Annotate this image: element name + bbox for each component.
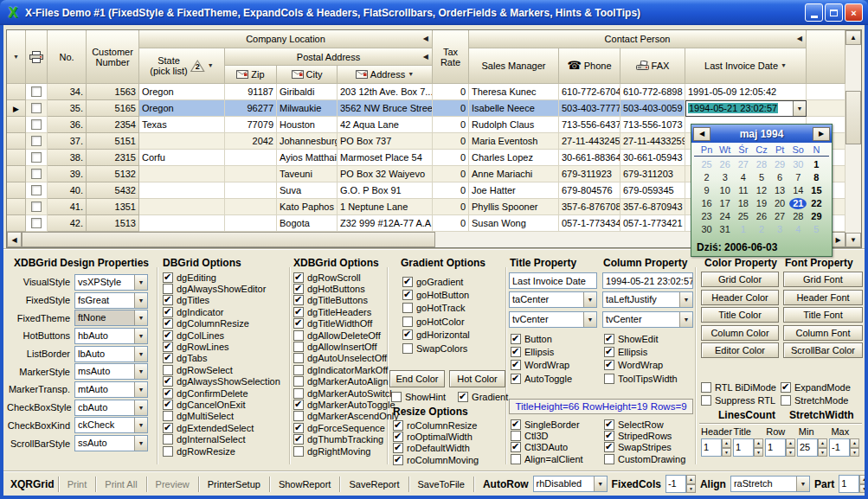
row-checkbox[interactable]	[31, 103, 42, 113]
checkbox-box[interactable]	[604, 431, 614, 441]
group-header-postal-address[interactable]: Postal Address	[225, 48, 433, 66]
fixedtheme-select[interactable]: ftNone	[74, 310, 148, 326]
checkbox-roColumnResize[interactable]: roColumnResize	[393, 419, 479, 431]
checkbox-dgMarkerAutoAlign[interactable]: dgMarkerAutoAlign	[293, 376, 399, 387]
cell-fax[interactable]: 679-311203	[620, 166, 685, 182]
cell-no[interactable]: 42.	[48, 215, 87, 232]
spinner-down-icon[interactable]	[754, 448, 763, 457]
calendar-day[interactable]: 29	[807, 210, 826, 223]
checkbox-dgRowLines[interactable]: dgRowLines	[163, 341, 280, 352]
checkbox-box[interactable]	[458, 392, 468, 402]
cell-no[interactable]: 38.	[48, 150, 87, 166]
cell-tax[interactable]: 0	[433, 215, 469, 232]
cell-address[interactable]: G.O. P Box 91	[338, 182, 433, 199]
checkbox-SingleBorder[interactable]: SingleBorder	[511, 419, 583, 430]
calendar-day[interactable]: 22	[807, 197, 826, 210]
spinner-up-icon[interactable]	[686, 475, 696, 484]
title-align-select[interactable]: taCenter	[509, 291, 597, 308]
cell-city[interactable]: Taveuni	[277, 166, 338, 182]
calendar-day[interactable]: 26	[716, 158, 734, 171]
spinner-up-icon[interactable]	[722, 438, 731, 448]
calendar-day[interactable]: 18	[734, 197, 752, 210]
cell-manager[interactable]: Joe Hatter	[469, 182, 559, 199]
calendar-day[interactable]: 1	[734, 223, 752, 236]
cell-fax[interactable]: 503-403-0059	[620, 100, 685, 117]
checkbox-box[interactable]	[701, 382, 711, 393]
row-checkbox[interactable]	[31, 86, 42, 97]
cell-state[interactable]	[139, 182, 225, 199]
checkbox-box[interactable]	[293, 284, 304, 294]
checkbox-box[interactable]	[511, 431, 521, 441]
scroll-down-icon[interactable]	[845, 233, 861, 247]
checkbox-dgEditing[interactable]: dgEditing	[163, 272, 280, 283]
checkbox-box[interactable]	[163, 318, 173, 329]
column-header-state[interactable]: State(pick list) 2	[139, 48, 225, 84]
cell-address[interactable]: 203 12th Ave. Box 7...	[338, 84, 433, 100]
checkbox-SwapColors[interactable]: SwapColors	[402, 342, 470, 355]
cell-customer[interactable]: 5165	[87, 100, 139, 117]
cell-tax[interactable]: 0	[433, 133, 469, 150]
spinner-down-icon[interactable]	[850, 448, 859, 457]
cell-phone[interactable]: 357-6-876708	[559, 199, 620, 215]
checkbox-dgColumnResize[interactable]: dgColumnResize	[163, 318, 280, 329]
checkbox-box[interactable]	[293, 318, 304, 329]
checkbox-dgCancelOnExit[interactable]: dgCancelOnExit	[163, 399, 280, 410]
checkbox-dgRowResize[interactable]: dgRowResize	[163, 445, 280, 457]
checkbox-ShowEdit[interactable]: ShowEdit	[604, 332, 678, 345]
checkbox-ExpandMode[interactable]: ExpandMode	[781, 381, 851, 393]
cell-zip[interactable]: 91187	[225, 84, 277, 100]
row-checkbox[interactable]	[31, 152, 42, 163]
checkbox-box[interactable]	[402, 317, 413, 327]
checkbox-roDefaultWidth[interactable]: roDefaultWidth	[393, 443, 479, 454]
calendar-day[interactable]: 24	[716, 210, 734, 223]
calendar-day[interactable]: 16	[698, 197, 716, 210]
calendar-day[interactable]: 27	[771, 210, 789, 223]
checkbox-box[interactable]	[393, 432, 403, 442]
chevron-down-icon[interactable]	[208, 61, 214, 71]
checkbox-box[interactable]	[293, 353, 304, 363]
group-header-company-location[interactable]: Company Location	[139, 30, 433, 48]
checkbox-roColumnMoving[interactable]: roColumnMoving	[393, 454, 479, 465]
cell-address[interactable]: 42 Aqua Lane	[338, 117, 433, 133]
column-value-field[interactable]: 1994-05-21 23:02:57	[602, 272, 693, 289]
cell-customer[interactable]: 1563	[87, 84, 139, 100]
calendar-day[interactable]: 29	[771, 158, 789, 171]
collapse-arrow-icon[interactable]	[423, 52, 428, 62]
scroll-left-icon[interactable]	[7, 232, 22, 247]
checkbox-box[interactable]	[604, 442, 614, 452]
cell-fax[interactable]: 357-6-870943	[620, 199, 685, 215]
checkbox-WordWrap[interactable]: WordWrap	[604, 359, 678, 372]
cell-editor-date[interactable]: 1994-05-21 23:02:57	[685, 100, 807, 117]
calendar-day[interactable]: 30	[789, 158, 807, 171]
scroll-up-icon[interactable]	[845, 30, 861, 45]
calendar-day[interactable]: 5	[752, 171, 770, 184]
checkbox-box[interactable]	[402, 290, 413, 300]
print-column-header[interactable]	[26, 30, 48, 84]
editor-color-button[interactable]: Editor Color	[701, 342, 779, 358]
header-color-button[interactable]: Header Color	[701, 290, 779, 305]
spinner-up-icon[interactable]	[850, 438, 859, 448]
checkbox-box[interactable]	[163, 388, 173, 399]
checkbox-box[interactable]	[163, 411, 173, 421]
autorow-select[interactable]: rhDisabled	[533, 476, 608, 492]
cell-no[interactable]: 41.	[48, 199, 87, 215]
cell-address[interactable]: 1 Neptune Lane	[338, 199, 433, 215]
checkbox-box[interactable]	[293, 365, 304, 375]
cell-address[interactable]: PO Box 32 Waiyevo	[338, 166, 433, 182]
min-spinner[interactable]: 25	[797, 438, 827, 457]
row-checkbox-cell[interactable]	[26, 117, 48, 133]
cell-city[interactable]: Ayios Matthaios	[277, 150, 338, 166]
chevron-down-icon[interactable]	[408, 69, 414, 80]
checkbox-dgColLines[interactable]: dgColLines	[163, 329, 280, 341]
cell-zip[interactable]	[225, 150, 277, 166]
calendar-day[interactable]: 7	[789, 171, 807, 184]
checkbox-Ctl3DAuto[interactable]: Ctl3DAuto	[511, 442, 583, 453]
grid-font-button[interactable]: Grid Font	[783, 272, 863, 287]
column-header-tax-rate[interactable]: TaxRate	[433, 30, 469, 84]
checkbox-box[interactable]	[163, 423, 173, 433]
cell-fax[interactable]: 679-059345	[620, 182, 685, 199]
cell-zip[interactable]	[225, 199, 277, 215]
cell-no[interactable]: 34.	[48, 84, 87, 100]
checkbox-dgTitleButtons[interactable]: dgTitleButtons	[293, 295, 399, 306]
checkbox-Ctl3D[interactable]: Ctl3D	[511, 430, 583, 441]
